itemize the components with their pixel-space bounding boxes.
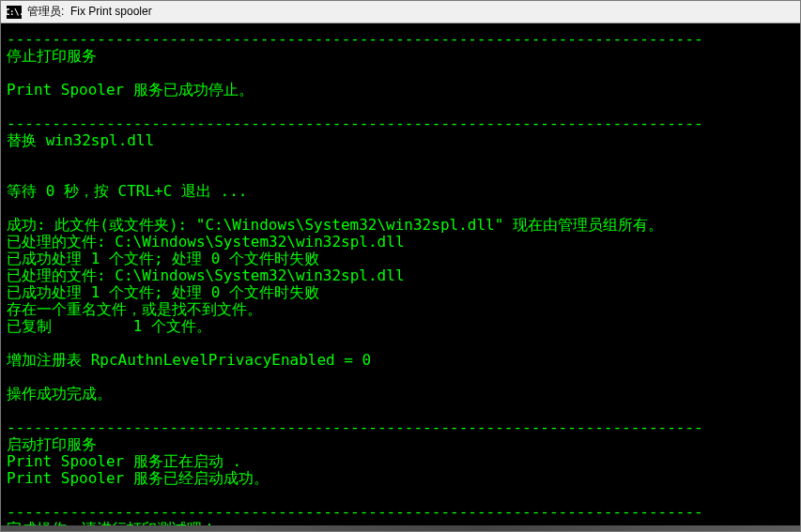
bottom-edge [1,525,800,531]
console-line: ----------------------------------------… [7,31,794,48]
console-line: ----------------------------------------… [7,504,794,521]
console-line: 增加注册表 RpcAuthnLevelPrivacyEnabled = 0 [7,352,794,369]
console-line [7,487,794,504]
console-line [7,99,794,115]
console-line [7,403,794,419]
console-line: 成功: 此文件(或文件夹): "C:\Windows\System32\win3… [7,217,794,234]
console-line [7,335,794,352]
console-line: 替换 win32spl.dll [7,132,794,149]
console-output[interactable]: ----------------------------------------… [1,23,800,525]
console-line [7,166,794,183]
console-line: ----------------------------------------… [7,115,794,132]
console-line: 停止打印服务 [7,48,794,65]
console-line: 操作成功完成。 [7,386,794,403]
cmd-window: C:\. 管理员: Fix Print spooler ------------… [0,0,801,532]
console-line: 存在一个重名文件，或是找不到文件。 [7,301,794,318]
console-line: ----------------------------------------… [7,419,794,436]
console-line: 启动打印服务 [7,436,794,453]
console-line: 已处理的文件: C:\Windows\System32\win32spl.dll [7,267,794,284]
console-line: 已成功处理 1 个文件; 处理 0 个文件时失败 [7,284,794,301]
console-line: 已复制 1 个文件。 [7,318,794,335]
console-line: 已处理的文件: C:\Windows\System32\win32spl.dll [7,234,794,251]
window-title: 管理员: Fix Print spooler [27,4,152,20]
console-line [7,200,794,217]
console-line [7,65,794,82]
console-line [7,369,794,386]
cmd-icon: C:\. [7,6,22,19]
console-line: Print Spooler 服务已成功停止。 [7,82,794,99]
console-line [7,149,794,166]
console-line: Print Spooler 服务正在启动 . [7,453,794,470]
console-line: 等待 0 秒，按 CTRL+C 退出 ... [7,183,794,200]
console-line: 已成功处理 1 个文件; 处理 0 个文件时失败 [7,251,794,267]
titlebar[interactable]: C:\. 管理员: Fix Print spooler [1,1,800,23]
console-line: Print Spooler 服务已经启动成功。 [7,470,794,487]
